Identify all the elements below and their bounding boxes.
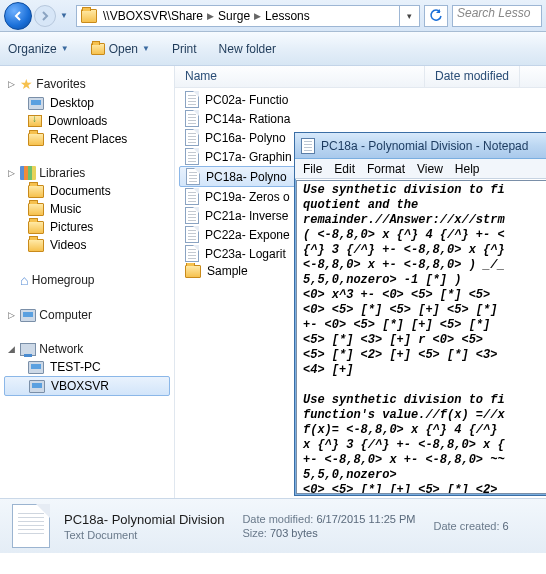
notepad-title: PC18a - Polynomial Division - Notepad bbox=[321, 139, 528, 153]
sidebar-item-downloads[interactable]: Downloads bbox=[0, 112, 174, 130]
details-file-icon bbox=[12, 504, 50, 548]
folder-icon bbox=[81, 9, 97, 23]
sidebar-item-music[interactable]: Music bbox=[0, 200, 174, 218]
file-name: PC21a- Inverse bbox=[205, 209, 288, 223]
menu-file[interactable]: File bbox=[303, 162, 322, 176]
file-row[interactable]: PC02a- Functio bbox=[175, 90, 546, 109]
downloads-icon bbox=[28, 115, 42, 127]
document-icon bbox=[185, 91, 199, 108]
computer-icon bbox=[20, 309, 36, 322]
music-icon bbox=[28, 203, 44, 216]
address-bar[interactable]: \\VBOXSVR\Share▶ Surge▶ Lessons bbox=[76, 5, 400, 27]
server-icon bbox=[29, 380, 45, 393]
sidebar-item-pictures[interactable]: Pictures bbox=[0, 218, 174, 236]
folder-icon bbox=[185, 265, 201, 278]
nav-history-dropdown[interactable]: ▼ bbox=[60, 11, 72, 20]
file-name: PC02a- Functio bbox=[205, 93, 288, 107]
file-name: PC17a- Graphin bbox=[205, 150, 292, 164]
menu-view[interactable]: View bbox=[417, 162, 443, 176]
file-name: PC19a- Zeros o bbox=[205, 190, 290, 204]
open-button[interactable]: Open▼ bbox=[91, 42, 150, 56]
column-date[interactable]: Date modified bbox=[425, 66, 520, 87]
details-pane: PC18a- Polynomial Division Text Document… bbox=[0, 498, 546, 553]
sidebar-item-desktop[interactable]: Desktop bbox=[0, 94, 174, 112]
file-name: PC16a- Polyno bbox=[205, 131, 286, 145]
sidebar-item-testpc[interactable]: TEST-PC bbox=[0, 358, 174, 376]
libraries-icon bbox=[20, 166, 36, 180]
notepad-window[interactable]: PC18a - Polynomial Division - Notepad Fi… bbox=[294, 132, 546, 496]
nav-back-button[interactable] bbox=[4, 2, 32, 30]
file-name: Sample bbox=[207, 264, 248, 278]
print-button[interactable]: Print bbox=[172, 42, 197, 56]
search-input[interactable]: Search Lesso bbox=[452, 5, 542, 27]
document-icon bbox=[185, 245, 199, 262]
star-icon: ★ bbox=[20, 76, 33, 92]
sidebar-item-documents[interactable]: Documents bbox=[0, 182, 174, 200]
documents-icon bbox=[28, 185, 44, 198]
homegroup-icon: ⌂ bbox=[20, 272, 28, 288]
details-created: 6 bbox=[503, 520, 509, 532]
nav-forward-button bbox=[34, 5, 56, 27]
menu-format[interactable]: Format bbox=[367, 162, 405, 176]
pictures-icon bbox=[28, 221, 44, 234]
notepad-icon bbox=[301, 138, 315, 154]
network-group[interactable]: ◢ Network bbox=[0, 340, 174, 358]
details-modified: 6/17/2015 11:25 PM bbox=[316, 513, 415, 525]
document-icon bbox=[186, 168, 200, 185]
details-size: 703 bytes bbox=[270, 527, 318, 539]
file-name: PC14a- Rationa bbox=[205, 112, 290, 126]
details-type: Text Document bbox=[64, 529, 224, 541]
favorites-group[interactable]: ▷★ Favorites bbox=[0, 74, 174, 94]
pc-icon bbox=[28, 361, 44, 374]
crumb-0[interactable]: \\VBOXSVR\Share bbox=[103, 9, 203, 23]
address-dropdown[interactable]: ▾ bbox=[400, 5, 420, 27]
new-folder-button[interactable]: New folder bbox=[219, 42, 276, 56]
sidebar-item-videos[interactable]: Videos bbox=[0, 236, 174, 254]
navigation-pane: ▷★ Favorites Desktop Downloads Recent Pl… bbox=[0, 66, 175, 498]
computer-group[interactable]: ▷ Computer bbox=[0, 306, 174, 324]
document-icon bbox=[185, 226, 199, 243]
desktop-icon bbox=[28, 97, 44, 110]
file-name: PC18a- Polyno bbox=[206, 170, 287, 184]
notepad-body[interactable]: Use synthetic division to fi quotient an… bbox=[296, 180, 546, 494]
open-icon bbox=[91, 43, 105, 55]
document-icon bbox=[185, 110, 199, 127]
details-title: PC18a- Polynomial Division bbox=[64, 512, 224, 527]
videos-icon bbox=[28, 239, 44, 252]
refresh-button[interactable] bbox=[424, 5, 448, 27]
crumb-2[interactable]: Lessons bbox=[265, 9, 310, 23]
sidebar-item-recent[interactable]: Recent Places bbox=[0, 130, 174, 148]
homegroup-group[interactable]: ⌂ Homegroup bbox=[0, 270, 174, 290]
document-icon bbox=[185, 148, 199, 165]
network-icon bbox=[20, 343, 36, 356]
notepad-titlebar[interactable]: PC18a - Polynomial Division - Notepad bbox=[295, 133, 546, 159]
recent-icon bbox=[28, 133, 44, 146]
menu-edit[interactable]: Edit bbox=[334, 162, 355, 176]
file-row[interactable]: PC14a- Rationa bbox=[175, 109, 546, 128]
column-name[interactable]: Name bbox=[175, 66, 425, 87]
notepad-menubar: File Edit Format View Help bbox=[295, 159, 546, 179]
sidebar-item-vboxsvr[interactable]: VBOXSVR bbox=[4, 376, 170, 396]
menu-help[interactable]: Help bbox=[455, 162, 480, 176]
organize-button[interactable]: Organize▼ bbox=[8, 42, 69, 56]
file-name: PC22a- Expone bbox=[205, 228, 290, 242]
crumb-1[interactable]: Surge bbox=[218, 9, 250, 23]
document-icon bbox=[185, 188, 199, 205]
document-icon bbox=[185, 129, 199, 146]
file-name: PC23a- Logarit bbox=[205, 247, 286, 261]
libraries-group[interactable]: ▷ Libraries bbox=[0, 164, 174, 182]
document-icon bbox=[185, 207, 199, 224]
